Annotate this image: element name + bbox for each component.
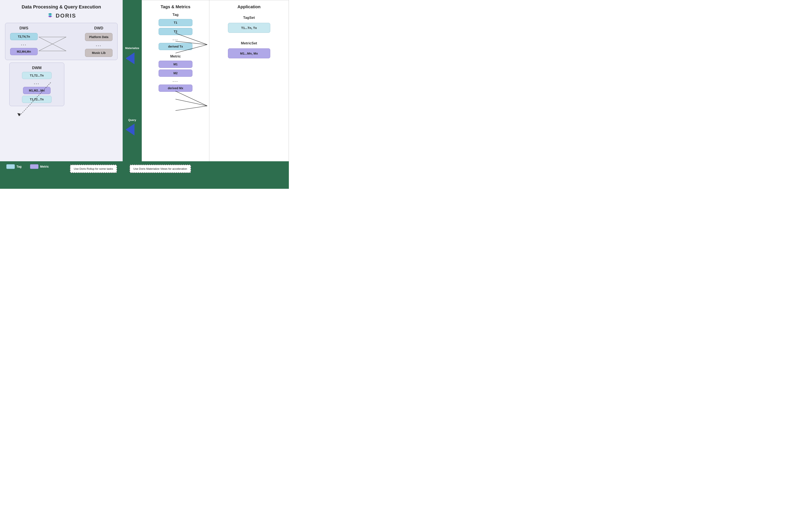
dwm-metric-box: M1,M2...Mn xyxy=(23,87,50,94)
left-panel-title: Data Processing & Query Execution xyxy=(5,4,118,10)
tag-derived-box: derived Tx xyxy=(159,43,192,50)
dws-metric-box: M2,M4,Mn xyxy=(10,48,38,55)
dwm-tag1-box: T1,T2...Tn xyxy=(22,72,52,79)
tag-t1-box: T1 xyxy=(159,19,192,26)
query-label: Query xyxy=(128,118,136,121)
dws-dwd-box: DWS T2,T4,Tn ... M2,M4,Mn xyxy=(5,23,118,60)
legend-metric-item: Metric xyxy=(30,164,49,169)
doris-logo-icon xyxy=(46,12,54,19)
metric-dots: ... xyxy=(173,78,178,83)
tag-dots: ... xyxy=(173,37,178,41)
metric-m2-box: M2 xyxy=(159,70,192,77)
tagset-box: T1...Tn, Tx xyxy=(228,23,270,33)
dwd-col: DWD Platform Data ... Music Lib xyxy=(84,26,114,57)
main-container: Data Processing & Query Execution DORIS … xyxy=(0,0,289,189)
legend-tag-swatch xyxy=(6,164,15,169)
query-arrow xyxy=(126,124,134,135)
note1-box: Use Doris Rollup for some tasks xyxy=(70,165,117,173)
tag-t2-box: T2 xyxy=(159,28,192,35)
dwm-label: DWM xyxy=(13,66,60,70)
dwd-dots: ... xyxy=(96,43,102,47)
dwm-section: DWM T1,T2...Tn ... M1,M2...Mn T1,T2...Tn xyxy=(5,62,118,106)
note2-box: Use Doris Materialize Views for accelera… xyxy=(130,165,191,173)
tags-metrics-panel: Tags & Metrics Tag T1 T2 ... derived Tx … xyxy=(142,0,209,189)
legend-metric-swatch xyxy=(30,164,39,169)
dwm-tag2-box: T1,T2...Tn xyxy=(22,96,52,103)
metric-m1-box: M1 xyxy=(159,61,192,68)
metric-items: M1 M2 ... derived Mx xyxy=(146,61,205,92)
metric-derived-box: derived Mx xyxy=(159,85,192,92)
metricset-label: MetricSet xyxy=(214,41,285,45)
metricset-box: M1...Mn, Mx xyxy=(228,48,270,58)
dwd-label: DWD xyxy=(94,26,103,30)
tag-items: T1 T2 ... derived Tx xyxy=(146,19,205,50)
app-title: Application xyxy=(214,4,285,9)
dwm-dots: ... xyxy=(34,81,40,85)
legend-tag-label: Tag xyxy=(16,165,21,168)
materialize-label: Materialize xyxy=(125,46,139,50)
doris-logo-text: DORIS xyxy=(56,13,76,19)
music-lib-box: Music Lib xyxy=(85,49,113,57)
legend-metric-label: Metric xyxy=(40,165,49,168)
dwm-box: DWM T1,T2...Tn ... M1,M2...Mn T1,T2...Tn xyxy=(9,62,64,106)
middle-panel: Materialize Query xyxy=(122,0,142,189)
svg-marker-6 xyxy=(17,113,21,116)
left-panel: Data Processing & Query Execution DORIS … xyxy=(0,0,122,189)
platform-data-box: Platform Data xyxy=(85,33,113,41)
legend-tag-item: Tag xyxy=(6,164,21,169)
tags-metrics-title: Tags & Metrics xyxy=(146,4,205,9)
doris-logo: DORIS xyxy=(5,12,118,19)
tagset-label: TagSet xyxy=(214,16,285,20)
metric-section-label: Metric xyxy=(146,54,205,59)
bottom-bar: Tag Metric Use Doris Rollup for some tas… xyxy=(0,161,289,189)
materialize-arrow xyxy=(126,53,134,64)
dws-dwd-row: DWS T2,T4,Tn ... M2,M4,Mn xyxy=(9,26,114,57)
dws-dots: ... xyxy=(21,42,27,46)
tag-section-label: Tag xyxy=(146,13,205,17)
cross-connections-svg xyxy=(39,34,66,57)
dws-label: DWS xyxy=(19,26,28,30)
dws-col: DWS T2,T4,Tn ... M2,M4,Mn xyxy=(9,26,39,55)
app-panel: Application TagSet T1...Tn, Tx MetricSet… xyxy=(209,0,289,189)
dwm-col: T1,T2...Tn ... M1,M2...Mn T1,T2...Tn xyxy=(13,72,60,103)
dws-tag-box: T2,T4,Tn xyxy=(10,33,38,40)
